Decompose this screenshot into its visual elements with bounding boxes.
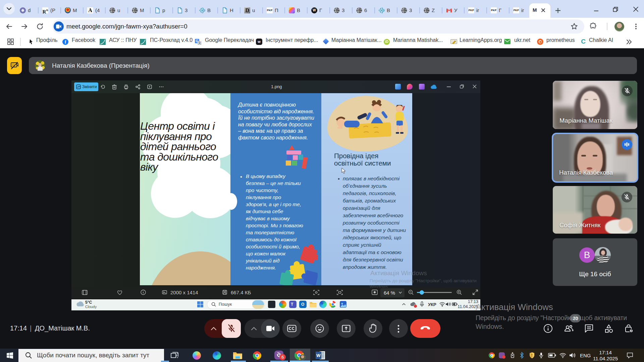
- svg-text:W: W: [316, 353, 321, 358]
